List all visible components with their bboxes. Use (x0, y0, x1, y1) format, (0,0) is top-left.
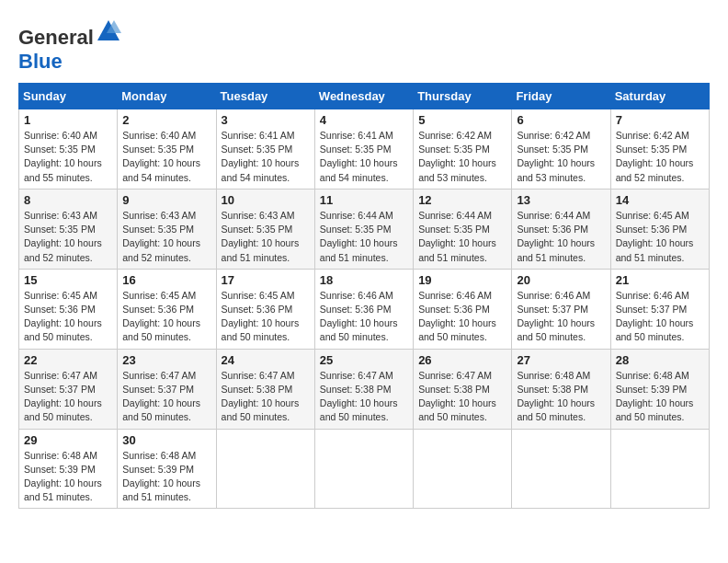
day-info: Sunrise: 6:42 AMSunset: 5:35 PMDaylight:… (418, 130, 496, 183)
day-cell: 5 Sunrise: 6:42 AMSunset: 5:35 PMDayligh… (414, 109, 512, 190)
day-info: Sunrise: 6:41 AMSunset: 5:35 PMDaylight:… (320, 130, 398, 183)
week-row-1: 1 Sunrise: 6:40 AMSunset: 5:35 PMDayligh… (19, 109, 710, 190)
col-header-tuesday: Tuesday (216, 84, 314, 109)
day-info: Sunrise: 6:40 AMSunset: 5:35 PMDaylight:… (122, 130, 200, 183)
day-info: Sunrise: 6:42 AMSunset: 5:35 PMDaylight:… (616, 130, 694, 183)
day-info: Sunrise: 6:43 AMSunset: 5:35 PMDaylight:… (222, 210, 300, 263)
day-number: 27 (517, 353, 605, 367)
day-info: Sunrise: 6:44 AMSunset: 5:35 PMDaylight:… (320, 210, 398, 263)
day-info: Sunrise: 6:45 AMSunset: 5:36 PMDaylight:… (616, 210, 694, 263)
day-number: 2 (122, 113, 210, 127)
day-cell: 8 Sunrise: 6:43 AMSunset: 5:35 PMDayligh… (19, 189, 118, 269)
day-info: Sunrise: 6:43 AMSunset: 5:35 PMDaylight:… (24, 210, 102, 263)
day-info: Sunrise: 6:46 AMSunset: 5:37 PMDaylight:… (517, 290, 595, 343)
day-info: Sunrise: 6:40 AMSunset: 5:35 PMDaylight:… (24, 130, 102, 183)
day-number: 5 (418, 113, 506, 127)
day-number: 24 (222, 353, 310, 367)
day-number: 3 (222, 113, 310, 127)
day-info: Sunrise: 6:44 AMSunset: 5:36 PMDaylight:… (517, 210, 595, 263)
col-header-monday: Monday (118, 84, 216, 109)
day-cell: 23 Sunrise: 6:47 AMSunset: 5:37 PMDaylig… (118, 349, 216, 429)
col-header-friday: Friday (512, 84, 610, 109)
day-number: 30 (122, 433, 210, 447)
day-number: 11 (320, 193, 408, 207)
day-info: Sunrise: 6:47 AMSunset: 5:38 PMDaylight:… (320, 370, 398, 423)
col-header-saturday: Saturday (610, 84, 709, 109)
day-info: Sunrise: 6:48 AMSunset: 5:39 PMDaylight:… (24, 450, 102, 503)
day-cell: 21 Sunrise: 6:46 AMSunset: 5:37 PMDaylig… (610, 269, 709, 349)
logo-icon (96, 18, 121, 44)
day-info: Sunrise: 6:48 AMSunset: 5:39 PMDaylight:… (122, 450, 200, 503)
week-row-2: 8 Sunrise: 6:43 AMSunset: 5:35 PMDayligh… (19, 189, 710, 269)
day-cell: 3 Sunrise: 6:41 AMSunset: 5:35 PMDayligh… (216, 109, 314, 190)
day-info: Sunrise: 6:41 AMSunset: 5:35 PMDaylight:… (222, 130, 300, 183)
day-number: 7 (616, 113, 704, 127)
day-cell: 1 Sunrise: 6:40 AMSunset: 5:35 PMDayligh… (19, 109, 118, 190)
day-number: 20 (517, 273, 605, 287)
day-cell: 4 Sunrise: 6:41 AMSunset: 5:35 PMDayligh… (314, 109, 413, 190)
day-cell: 20 Sunrise: 6:46 AMSunset: 5:37 PMDaylig… (512, 269, 610, 349)
day-info: Sunrise: 6:45 AMSunset: 5:36 PMDaylight:… (122, 290, 200, 343)
calendar-table: SundayMondayTuesdayWednesdayThursdayFrid… (18, 83, 710, 509)
day-cell: 2 Sunrise: 6:40 AMSunset: 5:35 PMDayligh… (118, 109, 216, 190)
day-cell: 16 Sunrise: 6:45 AMSunset: 5:36 PMDaylig… (118, 269, 216, 349)
day-info: Sunrise: 6:46 AMSunset: 5:37 PMDaylight:… (616, 290, 694, 343)
day-cell: 19 Sunrise: 6:46 AMSunset: 5:36 PMDaylig… (414, 269, 512, 349)
col-header-sunday: Sunday (19, 84, 118, 109)
day-number: 9 (122, 193, 210, 207)
week-row-5: 29 Sunrise: 6:48 AMSunset: 5:39 PMDaylig… (19, 429, 710, 509)
day-info: Sunrise: 6:47 AMSunset: 5:37 PMDaylight:… (24, 370, 102, 423)
day-info: Sunrise: 6:43 AMSunset: 5:35 PMDaylight:… (122, 210, 200, 263)
day-cell: 14 Sunrise: 6:45 AMSunset: 5:36 PMDaylig… (610, 189, 709, 269)
day-info: Sunrise: 6:47 AMSunset: 5:37 PMDaylight:… (122, 370, 200, 423)
day-number: 19 (418, 273, 506, 287)
day-cell: 22 Sunrise: 6:47 AMSunset: 5:37 PMDaylig… (19, 349, 118, 429)
day-number: 21 (616, 273, 704, 287)
day-cell (512, 429, 610, 509)
day-cell (314, 429, 413, 509)
day-number: 15 (24, 273, 112, 287)
day-number: 26 (418, 353, 506, 367)
day-cell: 25 Sunrise: 6:47 AMSunset: 5:38 PMDaylig… (314, 349, 413, 429)
day-cell: 28 Sunrise: 6:48 AMSunset: 5:39 PMDaylig… (610, 349, 709, 429)
day-cell (610, 429, 709, 509)
col-header-wednesday: Wednesday (314, 84, 413, 109)
day-info: Sunrise: 6:47 AMSunset: 5:38 PMDaylight:… (222, 370, 300, 423)
day-cell: 18 Sunrise: 6:46 AMSunset: 5:36 PMDaylig… (314, 269, 413, 349)
day-number: 8 (24, 193, 112, 207)
day-cell: 24 Sunrise: 6:47 AMSunset: 5:38 PMDaylig… (216, 349, 314, 429)
day-info: Sunrise: 6:45 AMSunset: 5:36 PMDaylight:… (24, 290, 102, 343)
day-number: 29 (24, 433, 112, 447)
day-number: 10 (222, 193, 310, 207)
day-cell (216, 429, 314, 509)
day-cell: 30 Sunrise: 6:48 AMSunset: 5:39 PMDaylig… (118, 429, 216, 509)
day-cell: 9 Sunrise: 6:43 AMSunset: 5:35 PMDayligh… (118, 189, 216, 269)
day-number: 17 (222, 273, 310, 287)
col-header-thursday: Thursday (414, 84, 512, 109)
day-number: 6 (517, 113, 605, 127)
day-info: Sunrise: 6:48 AMSunset: 5:38 PMDaylight:… (517, 370, 595, 423)
day-info: Sunrise: 6:47 AMSunset: 5:38 PMDaylight:… (418, 370, 496, 423)
day-cell: 29 Sunrise: 6:48 AMSunset: 5:39 PMDaylig… (19, 429, 118, 509)
logo-blue: Blue (18, 50, 63, 73)
day-number: 22 (24, 353, 112, 367)
day-number: 28 (616, 353, 704, 367)
day-info: Sunrise: 6:48 AMSunset: 5:39 PMDaylight:… (616, 370, 694, 423)
logo-text: General Blue (18, 18, 121, 74)
day-number: 1 (24, 113, 112, 127)
day-number: 12 (418, 193, 506, 207)
day-number: 4 (320, 113, 408, 127)
day-cell: 7 Sunrise: 6:42 AMSunset: 5:35 PMDayligh… (610, 109, 709, 190)
day-number: 14 (616, 193, 704, 207)
day-cell: 26 Sunrise: 6:47 AMSunset: 5:38 PMDaylig… (414, 349, 512, 429)
day-info: Sunrise: 6:44 AMSunset: 5:35 PMDaylight:… (418, 210, 496, 263)
day-cell: 6 Sunrise: 6:42 AMSunset: 5:35 PMDayligh… (512, 109, 610, 190)
week-row-3: 15 Sunrise: 6:45 AMSunset: 5:36 PMDaylig… (19, 269, 710, 349)
day-cell: 10 Sunrise: 6:43 AMSunset: 5:35 PMDaylig… (216, 189, 314, 269)
day-cell (414, 429, 512, 509)
day-number: 13 (517, 193, 605, 207)
logo-general: General (18, 26, 94, 49)
day-info: Sunrise: 6:46 AMSunset: 5:36 PMDaylight:… (320, 290, 398, 343)
day-cell: 11 Sunrise: 6:44 AMSunset: 5:35 PMDaylig… (314, 189, 413, 269)
header: General Blue (18, 18, 710, 74)
